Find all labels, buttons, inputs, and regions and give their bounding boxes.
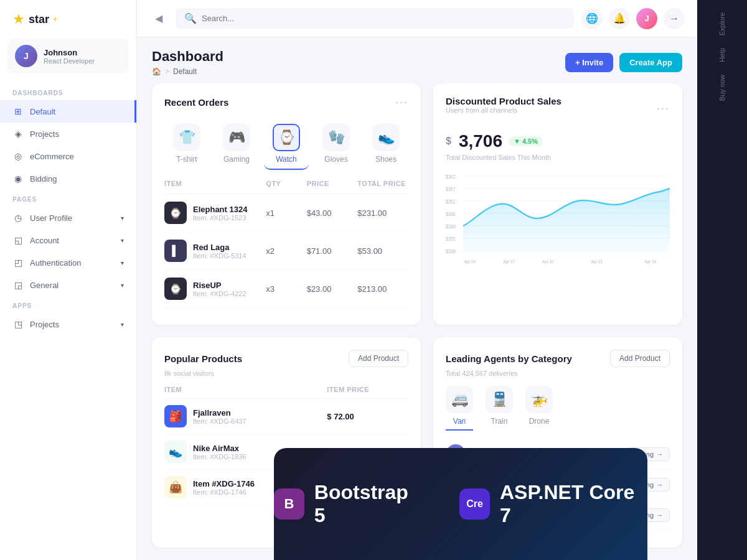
tab-drone[interactable]: 🚁 Drone: [525, 386, 553, 431]
agents-subtitle: Total 424,567 deliveries: [446, 370, 670, 377]
topbar-right: 🌐 🔔 J →: [581, 8, 685, 29]
section-label-pages: PAGES: [0, 190, 136, 207]
sidebar-item-bidding[interactable]: ◉ Bidding: [0, 167, 136, 190]
search-box[interactable]: 🔍: [176, 8, 574, 29]
tab-van[interactable]: 🚐 Van: [446, 386, 473, 431]
drone-icon: 🚁: [525, 386, 553, 413]
sidebar-item-projects-app[interactable]: ◳ Projects ▾: [0, 313, 136, 335]
sidebar-item-projects[interactable]: ◈ Projects: [0, 123, 136, 145]
recent-orders-card: Recent Orders ··· 👕 T-shirt 🎮 Gaming ⌚ W…: [152, 83, 421, 325]
product-image: ▌: [164, 240, 187, 262]
sidebar: ★ star + J Johnson React Developer DASHB…: [0, 0, 137, 560]
chevron-down-icon: ▾: [121, 237, 124, 244]
popular-products-title: Popular Products: [164, 353, 242, 364]
user-name: Johnson: [44, 48, 95, 57]
chevron-down-icon: ▾: [121, 215, 124, 222]
list-item: 🎒 Fjallraven Item: #XDG-6437 $ 72.00: [164, 399, 408, 434]
section-label-apps: APPS: [0, 296, 136, 313]
sidebar-item-label: General: [30, 281, 59, 290]
sidebar-item-label: Account: [30, 236, 59, 245]
explore-button[interactable]: Explore: [718, 12, 726, 35]
tab-tshirt[interactable]: 👕 T-shirt: [164, 119, 209, 170]
svg-text:Apr 07: Apr 07: [504, 259, 515, 264]
logo-text: star: [29, 13, 49, 26]
collapse-button[interactable]: ◀: [149, 9, 168, 28]
card-menu-icon[interactable]: ···: [657, 102, 670, 115]
svg-text:$351: $351: [446, 198, 456, 205]
gaming-icon: 🎮: [223, 124, 250, 151]
chart-description: Total Discounted Sales This Month: [446, 154, 670, 161]
tab-gloves[interactable]: 🧤 Gloves: [314, 119, 359, 170]
chart-title: Discounted Product Sales: [446, 96, 561, 106]
orders-table: ITEM QTY PRICE TOTAL PRICE ⌚ Elephant 13…: [164, 180, 408, 308]
card-header: Recent Orders ···: [164, 96, 408, 109]
category-tabs: 👕 T-shirt 🎮 Gaming ⌚ Watch 🧤 Gloves 👟: [164, 119, 408, 170]
topbar: ◀ 🔍 🌐 🔔 J →: [137, 0, 697, 37]
tab-gaming[interactable]: 🎮 Gaming: [214, 119, 259, 170]
product-image: ⌚: [164, 278, 187, 300]
agents-title: Leading Agents by Category: [446, 353, 572, 364]
card-menu-icon[interactable]: ···: [395, 96, 408, 109]
section-header: Leading Agents by Category Add Product: [446, 350, 670, 367]
chart-badge: ▼ 4.5%: [509, 136, 543, 146]
bidding-icon: ◉: [12, 173, 24, 184]
projects-icon: ◈: [12, 128, 24, 139]
search-input[interactable]: [202, 14, 565, 23]
svg-text:$357: $357: [446, 186, 456, 192]
globe-icon-button[interactable]: 🌐: [581, 8, 603, 29]
sidebar-item-default[interactable]: ⊞ Default: [0, 100, 136, 123]
svg-text:Apr 13: Apr 13: [591, 259, 602, 264]
sidebar-item-ecommerce[interactable]: ◎ eCommerce: [0, 145, 136, 167]
add-product-button-2[interactable]: Add Product: [610, 350, 670, 367]
page-header: Dashboard 🏠 > Default + Invite Create Ap…: [137, 37, 697, 83]
van-icon: 🚐: [446, 386, 473, 413]
topbar-avatar[interactable]: J: [636, 8, 657, 29]
sidebar-item-general[interactable]: ◲ General ▾: [0, 274, 136, 296]
discounted-sales-card: Discounted Product Sales Users from all …: [433, 83, 682, 325]
sidebar-item-label: User Profile: [30, 213, 72, 223]
sales-chart: $362 $357 $351 $346 $340 $335 $330: [446, 170, 670, 269]
sidebar-item-authentication[interactable]: ◰ Authentication ▾: [0, 251, 136, 274]
buy-now-button[interactable]: Buy now: [718, 75, 726, 101]
tab-shoes[interactable]: 👟 Shoes: [364, 119, 408, 170]
svg-text:Apr 18: Apr 18: [644, 259, 655, 264]
product-image: 🎒: [164, 405, 187, 427]
help-button[interactable]: Help: [718, 48, 726, 62]
user-role: React Developer: [44, 57, 95, 65]
sidebar-item-label: Authentication: [30, 258, 81, 268]
svg-text:Apr 04: Apr 04: [464, 259, 476, 264]
chart-subtitle: Users from all channels: [446, 106, 561, 114]
sidebar-item-label: Projects: [30, 129, 59, 139]
chevron-down-icon: ▾: [121, 321, 124, 328]
agents-category-tabs: 🚐 Van 🚆 Train 🚁 Drone: [446, 386, 670, 431]
train-icon: 🚆: [486, 386, 513, 413]
add-product-button[interactable]: Add Product: [349, 350, 408, 367]
sidebar-item-user-profile[interactable]: ◷ User Profile ▾: [0, 207, 136, 229]
svg-text:$346: $346: [446, 211, 456, 217]
card-header: Discounted Product Sales Users from all …: [446, 96, 670, 121]
watch-icon: ⌚: [273, 124, 300, 151]
tab-train[interactable]: 🚆 Train: [486, 386, 513, 431]
bootstrap-icon: B: [274, 488, 304, 520]
section-label-dashboards: DASHBOARDS: [0, 83, 136, 100]
auth-icon: ◰: [12, 257, 24, 268]
arrow-right-icon[interactable]: →: [664, 8, 685, 29]
chart-number: 3,706: [459, 131, 502, 151]
grid-icon: ⊞: [12, 106, 24, 117]
create-app-button[interactable]: Create App: [619, 53, 682, 72]
invite-button[interactable]: + Invite: [565, 53, 613, 72]
sidebar-user[interactable]: J Johnson React Developer: [7, 39, 129, 73]
tshirt-icon: 👕: [173, 124, 200, 151]
recent-orders-title: Recent Orders: [164, 97, 228, 108]
product-image: 👟: [164, 441, 187, 463]
tab-watch[interactable]: ⌚ Watch: [264, 119, 309, 170]
aspnet-label: ASP.NET Core 7: [500, 481, 647, 527]
breadcrumb-current: Default: [173, 67, 197, 76]
general-icon: ◲: [12, 279, 24, 291]
sidebar-logo: ★ star +: [0, 0, 136, 39]
sidebar-item-label: Bidding: [30, 174, 57, 184]
account-icon: ◱: [12, 235, 24, 246]
sidebar-item-account[interactable]: ◱ Account ▾: [0, 229, 136, 251]
orders-table-header: ITEM QTY PRICE TOTAL PRICE: [164, 180, 408, 194]
bell-icon-button[interactable]: 🔔: [609, 8, 630, 29]
